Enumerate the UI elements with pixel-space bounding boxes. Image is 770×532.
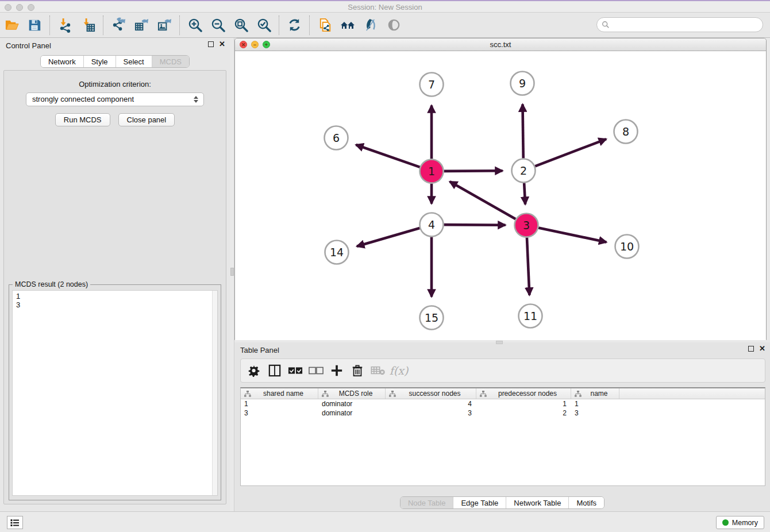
edge-2-3[interactable] (524, 183, 525, 204)
cell-shared-name[interactable]: 1 (241, 399, 318, 408)
import-network-icon[interactable] (53, 14, 76, 36)
add-column-icon[interactable] (328, 362, 345, 379)
node-label-7: 7 (428, 78, 435, 91)
node-table[interactable]: shared nameMCDS rolesuccessor nodesprede… (240, 387, 765, 486)
close-table-panel-icon[interactable]: ✕ (759, 346, 765, 352)
deselect-all-icon[interactable] (307, 362, 325, 379)
column-header-predecessor-nodes[interactable]: predecessor nodes (476, 388, 571, 399)
cell-predecessor-nodes[interactable]: 2 (476, 408, 571, 418)
column-label: successor nodes (399, 390, 476, 398)
first-neighbors-icon[interactable] (336, 14, 359, 36)
table-header-row[interactable]: shared nameMCDS rolesuccessor nodesprede… (241, 388, 765, 399)
cell-name[interactable]: 1 (571, 399, 619, 408)
hierarchy-icon (389, 391, 396, 397)
optimization-criterion-label: Optimization criterion: (4, 80, 226, 88)
zoom-fit-icon[interactable] (229, 14, 252, 36)
toolbar-separator (279, 16, 279, 35)
cell-MCDS-role[interactable]: dominator (318, 408, 386, 418)
cell-successor-nodes[interactable]: 4 (386, 399, 476, 408)
tab-style[interactable]: Style (83, 56, 116, 67)
edge-3-11[interactable] (527, 237, 529, 295)
node-label-4: 4 (428, 218, 435, 231)
hierarchy-icon (322, 391, 329, 397)
float-panel-icon[interactable] (208, 41, 214, 47)
column-header-shared-name[interactable]: shared name (241, 388, 318, 399)
column-header-successor-nodes[interactable]: successor nodes (386, 388, 476, 399)
column-label: shared name (255, 390, 318, 398)
cell-predecessor-nodes[interactable]: 1 (476, 399, 571, 408)
birdseye-view-icon[interactable] (382, 14, 405, 36)
hierarchy-icon (575, 391, 582, 397)
run-mcds-button[interactable]: Run MCDS (55, 113, 110, 126)
table-toolbar: f(x) (240, 358, 765, 383)
cell-shared-name[interactable]: 3 (241, 408, 318, 418)
node-label-8: 8 (622, 125, 629, 138)
vertical-splitter[interactable] (230, 38, 234, 511)
zoom-out-icon[interactable] (206, 14, 229, 36)
splitter-handle[interactable] (230, 268, 234, 276)
apply-layout-icon[interactable] (283, 14, 306, 36)
network-title: scc.txt (235, 40, 766, 49)
result-scrollbar[interactable] (212, 291, 217, 495)
search-field[interactable] (596, 17, 763, 32)
network-canvas[interactable]: 7968124314101511 (235, 51, 766, 340)
cell-successor-nodes[interactable]: 3 (386, 408, 476, 418)
tab-edge-table[interactable]: Edge Table (453, 497, 506, 508)
edge-3-1[interactable] (450, 182, 516, 219)
table-panel: Table Panel ✕ f(x) shared (234, 342, 770, 511)
delete-icon[interactable] (349, 362, 366, 379)
export-image-icon[interactable] (153, 14, 176, 36)
column-header-name[interactable]: name (571, 388, 619, 399)
edge-2-8[interactable] (535, 139, 606, 166)
cell-MCDS-role[interactable]: dominator (318, 399, 386, 408)
cell-name[interactable]: 3 (571, 408, 619, 418)
search-input[interactable] (613, 21, 763, 29)
close-panel-icon[interactable]: ✕ (219, 41, 225, 47)
column-header-MCDS-role[interactable]: MCDS role (318, 388, 386, 399)
node-label-2: 2 (520, 164, 527, 177)
edge-4-3[interactable] (444, 225, 505, 225)
toolbar-separator (179, 16, 180, 35)
table-row[interactable]: 1dominator411 (241, 399, 765, 408)
mcds-result-group: MCDS result (2 nodes) 1 3 (9, 284, 221, 500)
save-icon[interactable] (23, 14, 46, 36)
import-table-icon[interactable] (76, 14, 99, 36)
network-graph[interactable]: 7968124314101511 (235, 51, 766, 340)
new-network-from-selection-icon[interactable] (313, 14, 336, 36)
delete-table-icon (369, 362, 387, 379)
table-row[interactable]: 3dominator323 (241, 408, 765, 418)
export-network-icon[interactable] (107, 14, 130, 36)
zoom-in-icon[interactable] (183, 14, 206, 36)
export-table-icon[interactable] (130, 14, 153, 36)
close-panel-button[interactable]: Close panel (118, 113, 175, 126)
tab-node-table[interactable]: Node Table (401, 497, 453, 508)
open-folder-icon[interactable] (0, 14, 23, 36)
tab-network[interactable]: Network (41, 56, 83, 67)
select-all-icon[interactable] (287, 362, 304, 379)
tab-motifs[interactable]: Motifs (568, 497, 604, 508)
table-panel-tabs: Node TableEdge TableNetwork TableMotifs (400, 496, 605, 509)
memory-button[interactable]: Memory (716, 516, 764, 529)
criterion-select[interactable]: strongly connected component (26, 92, 204, 106)
node-label-6: 6 (333, 132, 340, 144)
task-history-button[interactable] (7, 516, 23, 529)
edge-2-9[interactable] (522, 104, 523, 158)
edge-1-6[interactable] (356, 145, 419, 167)
edge-3-10[interactable] (538, 228, 606, 242)
node-label-1: 1 (428, 165, 435, 178)
split-view-icon[interactable] (266, 362, 283, 379)
network-window-titlebar[interactable]: ✕ − + scc.txt (235, 38, 766, 51)
zoom-selected-icon[interactable] (252, 14, 275, 36)
mcds-panel: Optimization criterion: strongly connect… (3, 70, 226, 504)
tab-mcds[interactable]: MCDS (152, 56, 189, 67)
mcds-result-text[interactable]: 1 3 (12, 290, 218, 496)
node-label-9: 9 (519, 77, 526, 90)
edge-4-14[interactable] (357, 228, 419, 246)
graphics-details-icon[interactable] (359, 14, 382, 36)
tab-select[interactable]: Select (116, 56, 152, 67)
gear-icon[interactable] (245, 362, 263, 379)
column-label: name (585, 390, 619, 398)
float-table-panel-icon[interactable] (748, 346, 754, 352)
edge-1-2[interactable] (444, 171, 502, 171)
tab-network-table[interactable]: Network Table (506, 497, 568, 508)
